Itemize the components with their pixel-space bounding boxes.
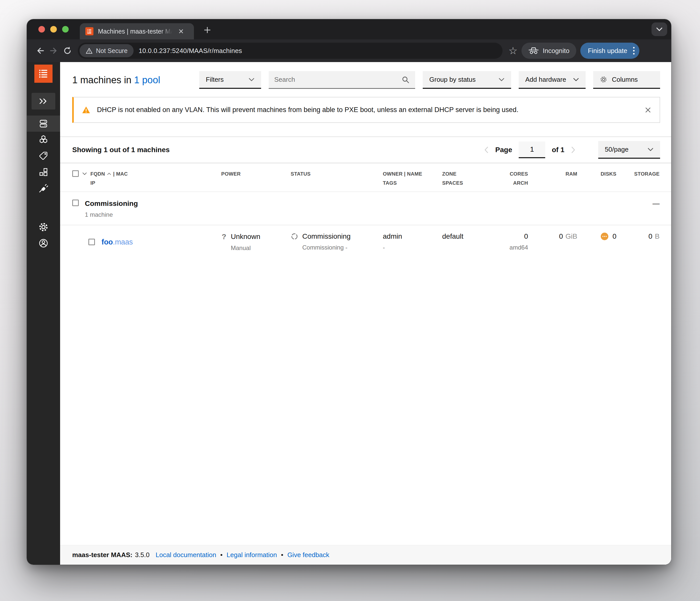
search-input[interactable]: [274, 76, 401, 83]
kebab-menu-icon: [633, 46, 635, 55]
group-by-dropdown[interactable]: Group by status: [423, 71, 511, 89]
side-navigation: [27, 62, 60, 565]
close-window-button[interactable]: [39, 26, 45, 32]
machine-arch: amd64: [504, 244, 528, 251]
machine-list-header: 1 machines in 1 pool Filters Group by st…: [60, 62, 671, 96]
forward-icon[interactable]: [47, 44, 60, 57]
chevron-down-icon: [499, 78, 504, 81]
column-status[interactable]: STATUS: [291, 170, 383, 186]
fqdn-label: FQDN: [91, 170, 105, 177]
banner-close-icon[interactable]: [645, 106, 651, 113]
column-fqdn[interactable]: FQDN | MAC: [91, 170, 128, 177]
sidebar-item-controllers[interactable]: [27, 180, 60, 196]
browser-tab[interactable]: Machines | maas-tester MAAS: [80, 23, 194, 40]
not-secure-chip[interactable]: Not Secure: [79, 44, 133, 57]
group-collapse-chevron-icon[interactable]: [82, 172, 87, 175]
double-chevron-right-icon: [39, 98, 49, 104]
status-cell: Commissioning Commissioning -: [291, 232, 383, 252]
page-number-input[interactable]: [519, 141, 545, 158]
warning-icon: [82, 106, 91, 114]
owner-cell: admin -: [383, 232, 442, 252]
zone-label: ZONE: [442, 171, 456, 177]
column-storage[interactable]: STORAGE: [617, 170, 659, 186]
sidebar-item-pools[interactable]: [27, 132, 60, 148]
select-all-checkbox[interactable]: [72, 170, 79, 177]
url-text[interactable]: 10.0.0.237:5240/MAAS/r/machines: [139, 47, 242, 55]
power-type: Manual: [231, 244, 291, 252]
columns-label: Columns: [612, 76, 638, 83]
table-header: FQDN | MAC IP POWER STATUS OWNER | NAMET…: [60, 163, 671, 191]
footer-separator: •: [281, 551, 283, 559]
footer-link-legal[interactable]: Legal information: [226, 551, 277, 559]
ram-cell: 0GiB: [528, 232, 577, 252]
browser-window: Machines | maas-tester MAAS Not Secure: [27, 19, 671, 565]
zoom-window-button[interactable]: [62, 26, 69, 32]
column-ip[interactable]: IP: [91, 179, 128, 186]
group-checkbox[interactable]: [72, 200, 79, 206]
machines-icon: [39, 119, 49, 129]
power-state: Unknown: [231, 233, 260, 241]
machine-checkbox[interactable]: [89, 239, 95, 245]
machine-fqdn-link[interactable]: foo.maas: [101, 238, 133, 246]
sidebar-item-account[interactable]: [27, 235, 60, 251]
machine-status: Commissioning: [302, 232, 350, 240]
expand-sidebar-button[interactable]: [31, 93, 55, 109]
filters-dropdown[interactable]: Filters: [199, 71, 261, 89]
minimize-window-button[interactable]: [50, 26, 57, 32]
back-icon[interactable]: [33, 44, 47, 57]
previous-page-icon[interactable]: [484, 146, 489, 153]
per-page-select[interactable]: 50/page: [598, 141, 660, 159]
app-footer: maas-tester MAAS: 3.5.0 Local documentat…: [60, 545, 671, 565]
cores-cell: 0 amd64: [504, 232, 528, 252]
storage-cell: 0B: [617, 232, 659, 252]
pool-count-link[interactable]: 1 pool: [134, 75, 160, 85]
maas-favicon: [85, 27, 94, 35]
tab-search-button[interactable]: [651, 23, 667, 36]
machine-table-row: foo.maas ?Unknown Manual Commissioning C…: [60, 225, 671, 261]
group-by-label: Group by status: [429, 76, 476, 83]
disk-test-pending-icon: [601, 233, 608, 240]
incognito-badge: Incognito: [522, 43, 576, 59]
column-cores[interactable]: CORESARCH: [504, 170, 528, 186]
url-bar[interactable]: Not Secure 10.0.0.237:5240/MAAS/r/machin…: [78, 43, 502, 59]
page-label: Page: [495, 146, 512, 154]
mac-label: | MAC: [113, 170, 128, 177]
group-aggregate-dash: —: [617, 200, 659, 218]
next-page-icon[interactable]: [571, 146, 575, 153]
sidebar-item-network[interactable]: [27, 164, 60, 180]
columns-button[interactable]: Columns: [593, 71, 660, 89]
column-power[interactable]: POWER: [221, 170, 291, 186]
reload-icon[interactable]: [60, 44, 74, 57]
bookmark-star-icon[interactable]: ☆: [508, 46, 518, 56]
footer-link-docs[interactable]: Local documentation: [155, 551, 216, 559]
machine-disks: 0: [612, 232, 617, 240]
tab-close-icon[interactable]: [178, 28, 184, 34]
footer-link-feedback[interactable]: Give feedback: [288, 551, 329, 559]
footer-version: 3.5.0: [135, 551, 150, 559]
new-tab-button[interactable]: [203, 26, 211, 34]
power-unknown-icon: ?: [221, 232, 227, 241]
sidebar-item-settings[interactable]: [27, 219, 60, 235]
machine-zone: default: [442, 232, 504, 240]
column-owner[interactable]: OWNER | NAMETAGS: [383, 170, 442, 186]
machine-domain: .maas: [113, 238, 133, 246]
add-hardware-label: Add hardware: [525, 76, 566, 83]
sidebar-item-machines[interactable]: [27, 115, 60, 132]
page-total-label: of 1: [552, 146, 565, 154]
maas-logo[interactable]: [34, 64, 52, 83]
not-secure-label: Not Secure: [96, 47, 127, 54]
finish-update-label: Finish update: [588, 47, 627, 55]
add-hardware-dropdown[interactable]: Add hardware: [519, 71, 585, 89]
dhcp-warning-banner: DHCP is not enabled on any VLAN. This wi…: [72, 97, 660, 123]
network-blocks-icon: [39, 167, 49, 177]
column-disks[interactable]: DISKS: [577, 170, 617, 186]
column-zone[interactable]: ZONESPACES: [442, 170, 504, 186]
search-icon: [401, 76, 409, 84]
group-machine-count: 1 machine: [85, 211, 138, 218]
sidebar-item-tags[interactable]: [27, 148, 60, 164]
finish-update-button[interactable]: Finish update: [580, 43, 640, 59]
machine-storage: 0: [649, 232, 652, 240]
machine-owner: admin: [383, 232, 442, 240]
column-ram[interactable]: RAM: [528, 170, 577, 186]
traffic-lights: [39, 26, 69, 32]
